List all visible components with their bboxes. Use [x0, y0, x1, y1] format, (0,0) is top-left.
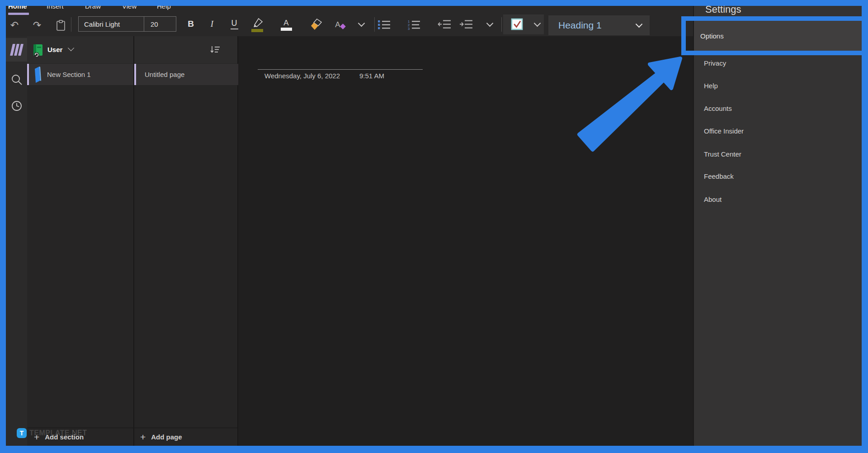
- style-dropdown[interactable]: Heading 1: [548, 15, 650, 35]
- todo-tag-button[interactable]: [509, 16, 526, 33]
- template-net-logo-icon: T: [17, 428, 27, 438]
- settings-item-about[interactable]: About: [704, 196, 722, 203]
- decrease-indent-button[interactable]: [436, 18, 453, 31]
- more-font-options-button[interactable]: [355, 19, 367, 30]
- clear-formatting-icon: A: [335, 21, 343, 29]
- frame-right: [862, 0, 868, 453]
- watermark-brand: TEMPLATE: [29, 429, 70, 437]
- highlighter-icon: [250, 18, 264, 32]
- highlighter-button[interactable]: [249, 16, 266, 33]
- add-page-label: Add page: [151, 433, 182, 441]
- add-page-button[interactable]: + Add page: [134, 428, 238, 446]
- settings-item-feedback[interactable]: Feedback: [704, 172, 734, 180]
- font-name-select[interactable]: Calibri Light: [79, 20, 144, 28]
- pane-divider: [133, 36, 134, 446]
- notebooks-icon: [9, 44, 23, 56]
- more-list-options-button[interactable]: [484, 19, 495, 30]
- notebook-header[interactable]: User: [27, 36, 238, 63]
- page-name: Untitled page: [145, 71, 184, 78]
- tag-dropdown-button[interactable]: [531, 19, 543, 30]
- italic-icon: I: [211, 19, 213, 29]
- redo-icon: ↷: [33, 20, 41, 30]
- underline-icon: U: [231, 19, 238, 29]
- page-canvas[interactable]: Wednesday, July 6, 2022 9:51 AM: [238, 36, 693, 446]
- undo-icon: ↶: [10, 20, 19, 30]
- chevron-down-icon: [358, 20, 365, 27]
- settings-item-office-insider[interactable]: Office Insider: [704, 127, 744, 135]
- sort-pages-button[interactable]: [208, 43, 222, 56]
- watermark-suffix: .NET: [70, 429, 87, 437]
- settings-item-help[interactable]: Help: [704, 82, 718, 90]
- svg-text:3: 3: [408, 26, 410, 30]
- font-size-select[interactable]: 20: [144, 20, 158, 28]
- clock-icon: [11, 100, 23, 112]
- paste-button[interactable]: [53, 19, 68, 32]
- frame-left: [0, 0, 6, 453]
- numbered-list-icon: 1 2 3: [408, 19, 420, 30]
- todo-checkbox-icon: [510, 18, 524, 31]
- format-painter-button[interactable]: [308, 17, 323, 32]
- notebooks-nav-button[interactable]: [6, 38, 27, 62]
- onenote-window: Home Insert Draw View Help ↶ ↷ Calibri L…: [0, 0, 868, 453]
- page-date: Wednesday, July 6, 2022: [264, 72, 340, 80]
- search-icon: [11, 74, 23, 86]
- clipboard-icon: [57, 20, 65, 31]
- clear-formatting-button[interactable]: A: [331, 17, 347, 32]
- numbered-list-button[interactable]: 1 2 3: [406, 18, 422, 31]
- settings-item-privacy[interactable]: Privacy: [704, 59, 726, 67]
- frame-top: [0, 0, 868, 6]
- sort-descending-icon: [210, 46, 220, 54]
- plus-icon: +: [140, 432, 146, 442]
- watermark: T TEMPLATE.NET: [17, 428, 87, 438]
- chevron-down-icon: [533, 20, 541, 27]
- section-tab-icon: [33, 66, 42, 83]
- settings-panel: Settings Options Privacy Help Accounts O…: [693, 0, 868, 446]
- page-time: 9:51 AM: [359, 72, 384, 80]
- bullet-list-button[interactable]: [376, 18, 392, 31]
- underline-button[interactable]: U: [227, 17, 241, 31]
- chevron-down-icon: [68, 45, 74, 51]
- chevron-down-icon: [486, 20, 493, 27]
- italic-button[interactable]: I: [205, 17, 219, 31]
- ribbon-divider: [71, 17, 71, 32]
- font-color-icon: A: [281, 19, 292, 31]
- frame-bottom: [0, 446, 868, 453]
- font-color-button[interactable]: A: [278, 16, 295, 33]
- page-list-item[interactable]: Untitled page: [134, 64, 238, 85]
- page-selection-bar: [134, 64, 136, 85]
- bold-icon: B: [188, 19, 194, 29]
- bold-button[interactable]: B: [184, 17, 198, 31]
- notebook-icon: [33, 44, 44, 57]
- navigation-panes: User New Section 1: [27, 36, 238, 446]
- section-selection-bar: [27, 64, 29, 85]
- annotation-highlight-box: [681, 16, 868, 55]
- section-list-item[interactable]: New Section 1: [27, 64, 133, 85]
- format-painter-icon: [310, 19, 322, 31]
- bullet-list-icon: [378, 19, 391, 30]
- ribbon-divider: [374, 17, 375, 32]
- style-selected-label: Heading 1: [548, 20, 637, 31]
- font-controls: Calibri Light 20: [78, 16, 176, 32]
- section-name: New Section 1: [47, 71, 91, 78]
- outdent-icon: [438, 19, 451, 29]
- settings-item-accounts[interactable]: Accounts: [704, 105, 732, 112]
- increase-indent-button[interactable]: [458, 18, 475, 31]
- search-nav-button[interactable]: [6, 68, 27, 91]
- page-title-underline: [258, 69, 423, 70]
- chevron-down-icon: [636, 21, 643, 28]
- notebook-name: User: [47, 46, 62, 53]
- active-tab-underline: [8, 13, 29, 15]
- settings-item-trust-center[interactable]: Trust Center: [704, 150, 741, 158]
- recent-notes-nav-button[interactable]: [6, 94, 27, 118]
- indent-icon: [459, 19, 473, 29]
- undo-button[interactable]: ↶: [7, 19, 22, 32]
- pane-right-edge: [237, 36, 238, 446]
- ribbon-divider: [501, 17, 502, 32]
- redo-button[interactable]: ↷: [30, 19, 44, 32]
